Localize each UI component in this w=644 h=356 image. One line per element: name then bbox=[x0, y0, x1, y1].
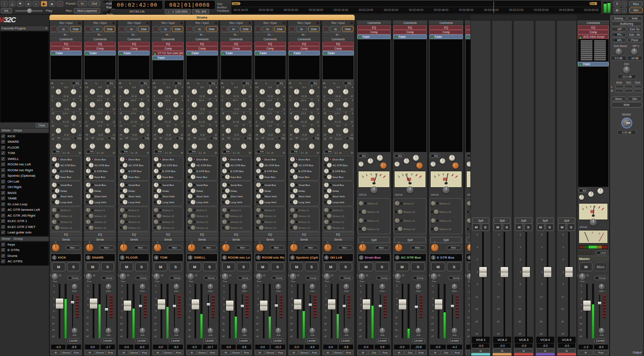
send-knob[interactable] bbox=[431, 218, 436, 223]
input-source-button[interactable]: In: - bbox=[186, 32, 218, 37]
eq-footer-button[interactable]: EQ bbox=[186, 232, 218, 237]
send-knob[interactable] bbox=[467, 201, 470, 206]
comp-threshold-fader[interactable] bbox=[104, 295, 109, 327]
makeup-gain-knob[interactable] bbox=[379, 284, 385, 290]
send-knob[interactable] bbox=[191, 163, 195, 168]
eq-footer-button[interactable]: EQ bbox=[152, 232, 184, 237]
solo-button[interactable]: S bbox=[524, 223, 532, 231]
master-fader[interactable] bbox=[583, 284, 591, 338]
fader-processor[interactable]: Fader bbox=[393, 34, 427, 39]
send-knob[interactable] bbox=[256, 183, 261, 187]
routing-button[interactable]: Grp bbox=[369, 350, 379, 355]
attack-knob[interactable] bbox=[415, 328, 421, 334]
input-monitor-button[interactable]: In bbox=[296, 26, 307, 32]
send-knob[interactable] bbox=[293, 188, 298, 193]
input-source-button[interactable]: In: - bbox=[220, 32, 252, 37]
fader-cap[interactable] bbox=[543, 267, 552, 277]
processor-box[interactable] bbox=[51, 56, 81, 79]
marker-icon[interactable]: ⚑ bbox=[17, 1, 23, 7]
comments-button[interactable]: Comments bbox=[393, 21, 427, 25]
send-knob[interactable] bbox=[89, 175, 93, 179]
send-knob[interactable] bbox=[256, 169, 261, 173]
leveler-button[interactable]: Leveler bbox=[203, 338, 216, 343]
comp-processor[interactable]: Comp bbox=[118, 46, 150, 51]
eq-gain-knob[interactable] bbox=[309, 128, 314, 134]
comp-enable-button[interactable]: Comp bbox=[203, 276, 217, 280]
input-source-button[interactable]: In: - bbox=[152, 32, 184, 37]
monitor-mute-button[interactable]: Mute bbox=[611, 102, 642, 107]
comp-enable-button[interactable]: Comp bbox=[101, 276, 114, 280]
bus-fader[interactable] bbox=[434, 284, 443, 338]
send-led-icon[interactable] bbox=[256, 176, 258, 178]
routing-button[interactable]: Drums bbox=[129, 350, 139, 355]
mute-button[interactable]: M bbox=[431, 262, 445, 271]
soloing-button[interactable]: Soloing bbox=[611, 16, 626, 21]
group-list-item[interactable]: ✓E GTRs bbox=[0, 247, 49, 253]
visibility-checkbox[interactable]: ✓ bbox=[1, 168, 5, 172]
send-led-icon[interactable] bbox=[222, 227, 224, 229]
channel-fader[interactable] bbox=[191, 284, 200, 338]
eq-freq-knob[interactable] bbox=[192, 115, 197, 120]
fader-gain-display[interactable]: -0.0 bbox=[514, 343, 532, 348]
record-enable-button[interactable] bbox=[153, 26, 159, 32]
lowpass-knob[interactable] bbox=[139, 144, 145, 149]
fader-gain-display[interactable]: -0.0 bbox=[221, 344, 236, 350]
send-led-icon[interactable] bbox=[262, 170, 264, 172]
channel-name-button[interactable]: 4 TOM bbox=[153, 254, 183, 262]
mute-assign-button[interactable]: M bbox=[493, 348, 511, 353]
makeup-gain-knob[interactable] bbox=[275, 284, 281, 290]
timecode-display[interactable]: 00:02:42:00 bbox=[112, 1, 162, 9]
play-button[interactable]: ▶ bbox=[41, 1, 47, 7]
send-knob[interactable] bbox=[225, 214, 230, 218]
eq-freq-knob[interactable] bbox=[260, 115, 265, 120]
send-knob[interactable] bbox=[154, 220, 158, 224]
processor-box[interactable] bbox=[466, 39, 470, 152]
strip-list-item[interactable]: ✓Spotmic (Optional) bbox=[0, 173, 49, 179]
vca-name-label[interactable]: VCA 4 bbox=[536, 337, 554, 343]
send-led-icon[interactable] bbox=[159, 209, 161, 211]
timeline-ruler[interactable]: Start End 00:01:44:0000:01:52:0000:02:00… bbox=[231, 1, 601, 13]
fader-gain-display[interactable]: -0.0 bbox=[119, 344, 134, 350]
trim-knob[interactable] bbox=[119, 273, 126, 280]
master-assign-button[interactable]: Mstr bbox=[236, 246, 251, 250]
eq-footer-button[interactable]: EQ bbox=[84, 232, 116, 237]
fader-cap[interactable] bbox=[157, 299, 166, 310]
trim-knob[interactable] bbox=[222, 273, 229, 280]
send-knob[interactable] bbox=[256, 194, 261, 199]
routing-button[interactable]: Post bbox=[242, 350, 252, 355]
bus-name-button[interactable]: 1 Drum Bus bbox=[358, 254, 390, 262]
leveler-button[interactable]: Leveler bbox=[339, 338, 352, 343]
solo-button[interactable]: S bbox=[503, 223, 511, 231]
eq-processor[interactable]: EQ bbox=[186, 42, 218, 46]
comp-threshold-fader[interactable] bbox=[240, 295, 244, 327]
attack-knob[interactable] bbox=[452, 328, 457, 334]
eq-enable-button[interactable]: EQ bbox=[275, 81, 286, 85]
send-knob[interactable] bbox=[154, 194, 158, 199]
dim-r-button[interactable] bbox=[624, 89, 633, 92]
send-led-icon[interactable] bbox=[57, 170, 60, 172]
comp-fader-cap[interactable] bbox=[138, 304, 143, 308]
send-led-icon[interactable] bbox=[222, 176, 224, 178]
routing-button[interactable]: Post bbox=[174, 350, 184, 355]
strip-list-item[interactable]: ✓SNARE bbox=[0, 139, 49, 145]
comp-enable-button[interactable]: Comp bbox=[271, 276, 285, 280]
master-assign-button[interactable]: Mstr bbox=[133, 246, 148, 250]
comp-processor[interactable]: Comp bbox=[465, 30, 470, 34]
strip-list-item[interactable]: ✓KICK bbox=[0, 134, 49, 139]
fader-gain-display[interactable]: -0.0 bbox=[358, 344, 374, 350]
lowpass-knob[interactable] bbox=[173, 144, 179, 149]
eq-freq-knob[interactable] bbox=[90, 89, 95, 94]
send-knob[interactable] bbox=[52, 183, 57, 187]
lowpass-knob[interactable] bbox=[71, 144, 76, 149]
exclusive-solo-button[interactable]: Excl. So bbox=[627, 27, 643, 31]
send-led-icon[interactable] bbox=[296, 221, 298, 223]
tape-drive-knob[interactable] bbox=[416, 162, 423, 169]
pan-knob[interactable]: C bbox=[290, 243, 298, 252]
send-knob[interactable] bbox=[191, 200, 195, 204]
eq-gain-knob[interactable] bbox=[207, 102, 213, 107]
auditioning-button[interactable]: Auditioning bbox=[611, 21, 642, 26]
send-led-icon[interactable] bbox=[193, 158, 195, 160]
metronome-icon[interactable]: △ bbox=[9, 1, 16, 7]
comp-processor[interactable]: Comp bbox=[429, 30, 463, 34]
send-knob[interactable] bbox=[191, 175, 195, 179]
